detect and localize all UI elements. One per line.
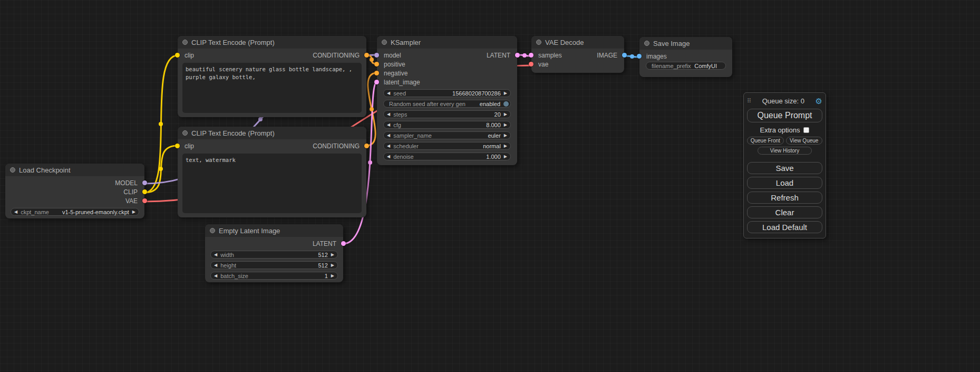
increment-arrow-icon[interactable]: ▶ [504, 123, 507, 127]
slot-row: clip CONDITIONING [178, 51, 366, 60]
node-load-checkpoint[interactable]: Load Checkpoint MODEL CLIP VAE ◀ ckpt_na… [5, 164, 144, 218]
collapse-dot[interactable] [210, 228, 215, 233]
extra-options-label: Extra options [760, 126, 800, 134]
widget-steps[interactable]: ◀ steps 20 ▶ [383, 110, 511, 118]
widget-ckpt-name[interactable]: ◀ ckpt_name v1-5-pruned-emaonly.ckpt ▶ [11, 208, 139, 216]
node-empty-latent-image[interactable]: Empty Latent Image LATENT ◀ width 512 ▶ … [205, 224, 343, 282]
widget-seed[interactable]: ◀ seed 156680208700286 ▶ [383, 89, 511, 97]
extra-options-checkbox[interactable] [803, 127, 809, 133]
increment-arrow-icon[interactable]: ▶ [331, 263, 334, 268]
input-dot-clip[interactable] [175, 53, 180, 58]
collapse-dot[interactable] [10, 167, 15, 173]
input-dot-vae[interactable] [529, 62, 533, 66]
input-slot-images: images [639, 52, 732, 61]
increment-arrow-icon[interactable]: ▶ [504, 112, 507, 117]
prompt-textarea[interactable]: beautiful scenery nature glass bottle la… [182, 63, 362, 113]
increment-arrow-icon[interactable]: ▶ [331, 253, 334, 257]
link-midpoint-dot[interactable] [522, 53, 527, 58]
load-button[interactable]: Load [747, 177, 822, 189]
increment-arrow-icon[interactable]: ▶ [504, 91, 507, 96]
output-dot-vae[interactable] [142, 198, 147, 203]
widget-width[interactable]: ◀ width 512 ▶ [210, 251, 338, 259]
increment-arrow-icon[interactable]: ▶ [504, 144, 507, 148]
node-title: CLIP Text Encode (Prompt) [191, 129, 275, 137]
node-header[interactable]: Save Image [639, 37, 732, 50]
decrement-arrow-icon[interactable]: ◀ [214, 253, 217, 257]
link-midpoint-dot[interactable] [258, 117, 263, 121]
widget-batch-size[interactable]: ◀ batch_size 1 ▶ [210, 272, 338, 280]
collapse-dot[interactable] [536, 40, 541, 45]
collapse-dot[interactable] [182, 130, 188, 136]
view-queue-button[interactable]: View Queue [786, 137, 823, 145]
node-save-image[interactable]: Save Image images filename_prefix ComfyU… [639, 37, 732, 77]
input-dot-positive[interactable] [374, 62, 379, 66]
toggle-knob[interactable] [503, 101, 509, 107]
clear-button[interactable]: Clear [747, 206, 822, 218]
output-dot-clip[interactable] [142, 189, 147, 194]
settings-gear-icon[interactable]: ⚙ [816, 97, 822, 105]
link-midpoint-dot[interactable] [159, 122, 163, 126]
decrement-arrow-icon[interactable]: ◀ [387, 91, 390, 96]
collapse-dot[interactable] [644, 41, 649, 46]
decrement-arrow-icon[interactable]: ◀ [387, 155, 390, 159]
refresh-button[interactable]: Refresh [747, 192, 822, 204]
widget-denoise[interactable]: ◀ denoise 1.000 ▶ [383, 152, 511, 160]
collapse-dot[interactable] [382, 40, 387, 45]
decrement-arrow-icon[interactable]: ◀ [387, 144, 390, 148]
input-slot-vae: vae [531, 60, 624, 69]
drag-handle-icon[interactable]: ⠿ [747, 98, 751, 104]
output-dot-conditioning[interactable] [364, 144, 369, 148]
link-midpoint-dot[interactable] [159, 167, 163, 171]
widget-sampler-name[interactable]: ◀ sampler_name euler ▶ [383, 131, 511, 139]
output-dot-latent[interactable] [341, 241, 346, 246]
node-ksampler[interactable]: KSampler model LATENT positive negative … [377, 36, 517, 165]
link-midpoint-dot[interactable] [630, 54, 634, 59]
node-clip-text-encode-positive[interactable]: CLIP Text Encode (Prompt) clip CONDITION… [178, 36, 366, 117]
decrement-arrow-icon[interactable]: ◀ [387, 123, 390, 127]
widget-height[interactable]: ◀ height 512 ▶ [210, 261, 338, 269]
input-dot-images[interactable] [637, 54, 642, 59]
save-button[interactable]: Save [747, 162, 822, 174]
input-dot-negative[interactable] [374, 71, 379, 75]
link-midpoint-dot[interactable] [368, 160, 372, 165]
widget-random-seed-toggle[interactable]: Random seed after every gen enabled [383, 100, 511, 108]
increment-arrow-icon[interactable]: ▶ [132, 210, 135, 214]
increment-arrow-icon[interactable]: ▶ [331, 274, 334, 278]
collapse-dot[interactable] [182, 40, 188, 45]
input-dot-samples[interactable] [529, 53, 533, 58]
queue-front-button[interactable]: Queue Front [747, 137, 784, 145]
output-dot-image[interactable] [622, 53, 627, 58]
input-dot-latent-image[interactable] [374, 80, 379, 84]
node-header[interactable]: Empty Latent Image [205, 224, 343, 237]
load-default-button[interactable]: Load Default [747, 221, 822, 233]
prompt-textarea[interactable]: text, watermark [182, 154, 362, 213]
node-vae-decode[interactable]: VAE Decode samples IMAGE vae [531, 36, 624, 73]
node-header[interactable]: KSampler [377, 36, 517, 49]
node-header[interactable]: VAE Decode [531, 36, 624, 49]
increment-arrow-icon[interactable]: ▶ [504, 155, 507, 159]
output-dot-latent[interactable] [515, 53, 520, 58]
queue-prompt-button[interactable]: Queue Prompt [747, 109, 822, 122]
decrement-arrow-icon[interactable]: ◀ [387, 133, 390, 138]
node-clip-text-encode-negative[interactable]: CLIP Text Encode (Prompt) clip CONDITION… [178, 127, 366, 217]
input-dot-clip[interactable] [175, 144, 180, 148]
widget-filename-prefix[interactable]: filename_prefix ComfyUI [646, 62, 726, 70]
widget-cfg[interactable]: ◀ cfg 8.000 ▶ [383, 121, 511, 129]
node-header[interactable]: CLIP Text Encode (Prompt) [178, 127, 366, 139]
link-midpoint-dot[interactable] [370, 107, 374, 111]
output-dot-conditioning[interactable] [364, 53, 369, 58]
decrement-arrow-icon[interactable]: ◀ [387, 112, 390, 117]
node-header[interactable]: CLIP Text Encode (Prompt) [178, 36, 366, 49]
decrement-arrow-icon[interactable]: ◀ [14, 210, 17, 214]
input-dot-model[interactable] [374, 53, 379, 58]
decrement-arrow-icon[interactable]: ◀ [214, 274, 217, 278]
view-history-button[interactable]: View History [758, 147, 812, 155]
output-dot-model[interactable] [142, 180, 147, 185]
node-header[interactable]: Load Checkpoint [5, 164, 144, 176]
increment-arrow-icon[interactable]: ▶ [504, 133, 507, 138]
slot-row: samples IMAGE [531, 51, 624, 60]
node-graph-canvas[interactable]: Load Checkpoint MODEL CLIP VAE ◀ ckpt_na… [0, 0, 980, 372]
decrement-arrow-icon[interactable]: ◀ [214, 263, 217, 268]
widget-scheduler[interactable]: ◀ scheduler normal ▶ [383, 142, 511, 150]
link-midpoint-dot[interactable] [370, 58, 374, 62]
